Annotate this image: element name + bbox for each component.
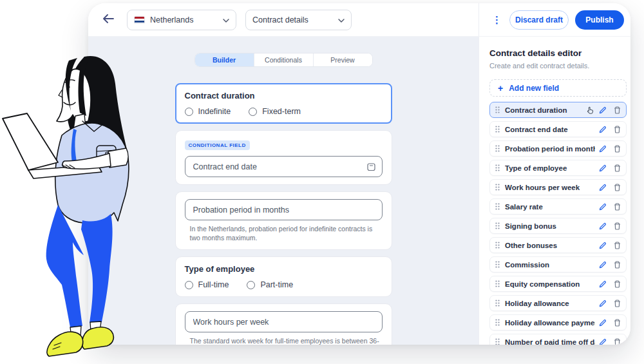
drag-handle-icon[interactable] xyxy=(495,124,500,135)
builder-tabs: Builder Conditionals Preview xyxy=(194,53,373,67)
field-row-label: Holiday allowance payment fre... xyxy=(505,319,595,327)
edit-field-button[interactable] xyxy=(599,106,607,114)
back-button[interactable] xyxy=(99,10,118,30)
field-row-label: Contract end date xyxy=(505,126,595,133)
field-row[interactable]: Commission xyxy=(489,256,627,273)
card-work-hours[interactable]: The standard work week for full-time emp… xyxy=(175,303,392,345)
radio-icon xyxy=(185,108,193,116)
chevron-down-icon xyxy=(223,15,229,24)
drag-handle-icon[interactable] xyxy=(495,220,500,232)
field-row[interactable]: Work hours per week xyxy=(489,179,627,195)
drag-handle-icon[interactable] xyxy=(495,259,500,271)
drag-handle-icon[interactable] xyxy=(495,201,500,213)
radio-label: Part-time xyxy=(260,280,293,289)
field-label: Type of employee xyxy=(185,264,383,274)
radio-indefinite[interactable]: Indefinite xyxy=(185,107,231,116)
country-select-value: Netherlands xyxy=(150,15,193,24)
drag-handle-icon[interactable] xyxy=(495,162,500,174)
radio-part-time[interactable]: Part-time xyxy=(247,280,293,289)
delete-field-button[interactable] xyxy=(614,242,621,249)
field-row[interactable]: Salary rate xyxy=(489,198,627,215)
edit-field-button[interactable] xyxy=(599,319,607,327)
field-row-label: Signing bonus xyxy=(505,222,595,230)
edit-field-button[interactable] xyxy=(599,242,607,249)
conditional-field-badge: CONDITIONAL FIELD xyxy=(185,140,250,150)
hand-cursor-icon xyxy=(586,106,595,115)
publish-button[interactable]: Publish xyxy=(575,10,624,30)
tab-conditionals[interactable]: Conditionals xyxy=(254,53,314,66)
field-row-label: Other bonuses xyxy=(505,242,595,249)
tab-builder[interactable]: Builder xyxy=(195,53,254,66)
drag-handle-icon[interactable] xyxy=(495,298,500,309)
delete-field-button[interactable] xyxy=(614,164,621,172)
radio-full-time[interactable]: Full-time xyxy=(185,280,229,289)
field-row[interactable]: Probation period in months xyxy=(489,140,627,157)
card-contract-duration[interactable]: Contract duration Indefinite Fixed-term xyxy=(175,83,392,124)
field-row[interactable]: Signing bonus xyxy=(489,218,627,234)
radio-label: Fixed-term xyxy=(262,107,301,116)
card-type-of-employee[interactable]: Type of employee Full-time Part-time xyxy=(175,256,392,297)
field-row-label: Probation period in months xyxy=(505,145,595,153)
delete-field-button[interactable] xyxy=(614,280,621,288)
template-select-value: Contract details xyxy=(252,15,308,24)
field-row[interactable]: Holiday allowance payment fre... xyxy=(489,314,627,330)
page: Netherlands Contract details ⋮ Discard d… xyxy=(0,0,644,364)
plus-icon: + xyxy=(498,84,503,93)
delete-field-button[interactable] xyxy=(614,338,621,345)
drag-handle-icon[interactable] xyxy=(495,336,500,345)
template-select[interactable]: Contract details xyxy=(245,10,352,30)
delete-field-button[interactable] xyxy=(614,261,621,269)
add-new-field-button[interactable]: + Add new field xyxy=(489,79,627,97)
app-window: Netherlands Contract details ⋮ Discard d… xyxy=(88,3,630,345)
drag-handle-icon[interactable] xyxy=(495,182,500,193)
drag-handle-icon[interactable] xyxy=(495,143,500,155)
delete-field-button[interactable] xyxy=(614,106,621,114)
edit-field-button[interactable] xyxy=(599,145,607,153)
delete-field-button[interactable] xyxy=(614,319,621,327)
delete-field-button[interactable] xyxy=(614,222,621,230)
field-row[interactable]: Contract duration xyxy=(489,102,627,118)
radio-label: Full-time xyxy=(198,280,229,289)
drag-handle-icon[interactable] xyxy=(495,104,500,116)
radio-icon xyxy=(249,108,257,116)
chevron-down-icon xyxy=(338,15,345,24)
radio-icon xyxy=(247,281,255,289)
field-row[interactable]: Type of employee xyxy=(489,160,627,176)
field-row[interactable]: Other bonuses xyxy=(489,237,627,253)
edit-field-button[interactable] xyxy=(599,184,607,191)
contract-end-date-input[interactable] xyxy=(185,156,383,177)
field-row[interactable]: Holiday allowance xyxy=(489,295,627,311)
work-hours-input[interactable] xyxy=(185,311,383,332)
delete-field-button[interactable] xyxy=(614,184,621,191)
tab-preview[interactable]: Preview xyxy=(314,53,372,66)
card-probation-period[interactable]: In the Netherlands, probation period for… xyxy=(175,191,392,250)
field-row-label: Holiday allowance xyxy=(505,300,595,307)
drag-handle-icon[interactable] xyxy=(495,317,500,329)
edit-field-button[interactable] xyxy=(599,338,607,345)
card-contract-end-date[interactable]: CONDITIONAL FIELD xyxy=(175,130,392,185)
edit-field-button[interactable] xyxy=(599,203,607,211)
drag-handle-icon[interactable] xyxy=(495,278,500,290)
edit-field-button[interactable] xyxy=(599,261,607,269)
sidebar-title: Contract details editor xyxy=(489,48,627,58)
more-options-button[interactable]: ⋮ xyxy=(491,12,503,27)
country-select[interactable]: Netherlands xyxy=(127,10,236,30)
drag-handle-icon[interactable] xyxy=(495,240,500,251)
delete-field-button[interactable] xyxy=(614,145,621,153)
delete-field-button[interactable] xyxy=(614,126,621,133)
probation-period-input[interactable] xyxy=(185,199,383,220)
delete-field-button[interactable] xyxy=(614,203,621,211)
field-row[interactable]: Contract end date xyxy=(489,121,627,137)
edit-field-button[interactable] xyxy=(599,222,607,230)
edit-field-button[interactable] xyxy=(599,300,607,307)
work-hours-helper-text: The standard work week for full-time emp… xyxy=(190,336,381,345)
field-row[interactable]: Equity compensation xyxy=(489,276,627,292)
delete-field-button[interactable] xyxy=(614,300,621,307)
field-row[interactable]: Number of paid time off days xyxy=(489,334,627,345)
edit-field-button[interactable] xyxy=(599,164,607,172)
edit-field-button[interactable] xyxy=(599,126,607,133)
edit-field-button[interactable] xyxy=(599,280,607,288)
discard-draft-button[interactable]: Discard draft xyxy=(509,10,569,30)
radio-fixed-term[interactable]: Fixed-term xyxy=(249,107,301,116)
arrow-left-icon xyxy=(102,14,114,26)
